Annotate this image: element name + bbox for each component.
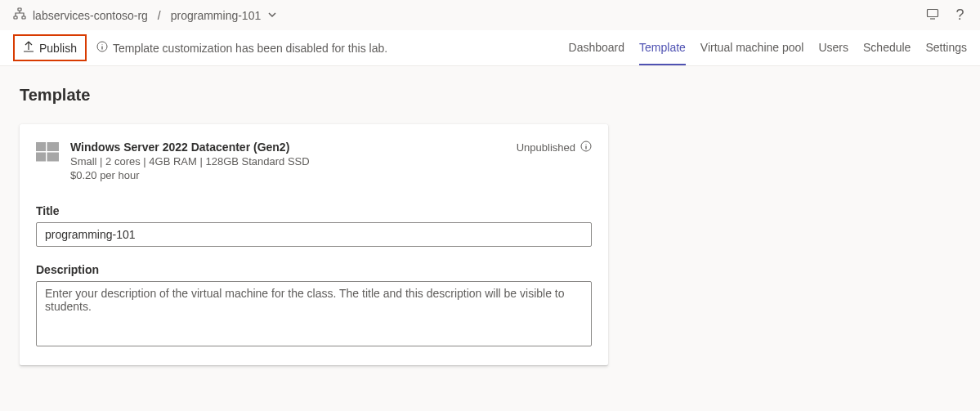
tab-dashboard[interactable]: Dashboard bbox=[569, 31, 625, 65]
status-badge: Unpublished bbox=[517, 141, 592, 154]
tab-schedule[interactable]: Schedule bbox=[863, 31, 911, 65]
svg-rect-6 bbox=[36, 142, 46, 151]
svg-rect-7 bbox=[47, 142, 60, 151]
help-icon[interactable]: ? bbox=[952, 7, 967, 24]
template-card: Windows Server 2022 Datacenter (Gen2) Sm… bbox=[20, 124, 608, 365]
svg-rect-3 bbox=[928, 10, 938, 17]
title-field: Title bbox=[36, 204, 592, 247]
breadcrumb-lab-name[interactable]: programming-101 bbox=[171, 9, 262, 22]
info-icon bbox=[96, 41, 108, 55]
info-message-text: Template customization has been disabled… bbox=[113, 42, 387, 55]
tabs: Dashboard Template Virtual machine pool … bbox=[569, 31, 967, 65]
publish-button-label: Publish bbox=[39, 42, 77, 55]
svg-text:?: ? bbox=[956, 7, 964, 21]
title-label: Title bbox=[36, 204, 592, 217]
info-message: Template customization has been disabled… bbox=[96, 41, 387, 55]
svg-rect-0 bbox=[18, 8, 21, 11]
tab-users[interactable]: Users bbox=[818, 31, 848, 65]
description-input[interactable] bbox=[36, 281, 592, 346]
vm-os-title: Windows Server 2022 Datacenter (Gen2) bbox=[70, 141, 505, 154]
vm-price: $0.20 per hour bbox=[70, 169, 505, 181]
hierarchy-icon bbox=[13, 7, 26, 23]
info-icon[interactable] bbox=[580, 141, 592, 154]
description-label: Description bbox=[36, 263, 592, 276]
svg-rect-2 bbox=[22, 16, 25, 19]
tab-vm-pool[interactable]: Virtual machine pool bbox=[700, 31, 804, 65]
publish-button[interactable]: Publish bbox=[13, 34, 87, 61]
svg-rect-1 bbox=[14, 16, 17, 19]
breadcrumb-actions: ? bbox=[926, 7, 967, 24]
tab-template[interactable]: Template bbox=[639, 31, 686, 65]
description-field: Description bbox=[36, 263, 592, 349]
toolbar-left: Publish Template customization has been … bbox=[13, 34, 387, 61]
status-text: Unpublished bbox=[517, 141, 575, 154]
tab-settings[interactable]: Settings bbox=[925, 31, 967, 65]
toolbar: Publish Template customization has been … bbox=[0, 30, 980, 66]
breadcrumb-resource-group[interactable]: labservices-contoso-rg bbox=[33, 9, 148, 22]
chevron-down-icon[interactable] bbox=[267, 9, 277, 22]
breadcrumb: labservices-contoso-rg / programming-101 bbox=[13, 7, 277, 23]
breadcrumb-bar: labservices-contoso-rg / programming-101… bbox=[0, 0, 980, 30]
vm-header: Windows Server 2022 Datacenter (Gen2) Sm… bbox=[36, 141, 592, 181]
page-title: Template bbox=[20, 86, 960, 105]
upload-icon bbox=[23, 41, 34, 55]
vm-info: Windows Server 2022 Datacenter (Gen2) Sm… bbox=[70, 141, 505, 181]
monitor-icon[interactable] bbox=[926, 7, 939, 23]
title-input[interactable] bbox=[36, 222, 592, 247]
vm-spec: Small | 2 cores | 4GB RAM | 128GB Standa… bbox=[70, 155, 505, 168]
page-content: Template Windows Server 2022 Datacenter … bbox=[0, 66, 980, 385]
svg-rect-9 bbox=[47, 153, 60, 162]
windows-icon bbox=[36, 141, 59, 166]
svg-rect-8 bbox=[36, 153, 46, 162]
breadcrumb-separator: / bbox=[158, 9, 161, 22]
